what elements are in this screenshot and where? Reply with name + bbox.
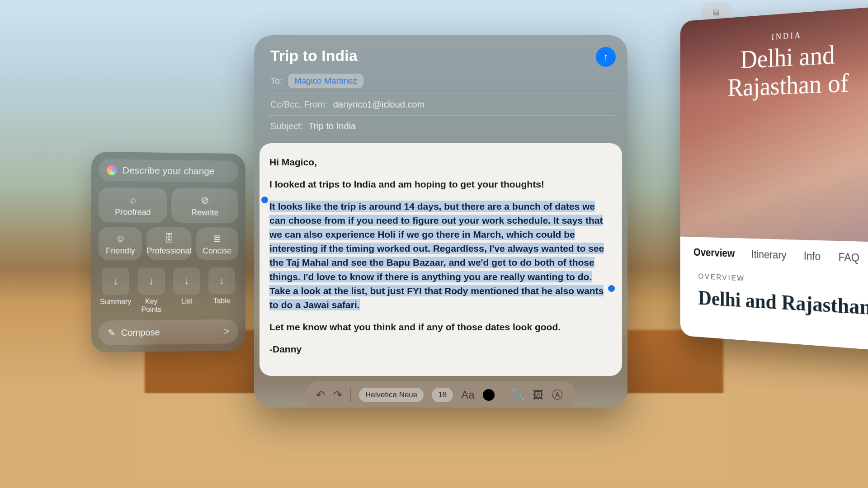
subject-label: Subject: xyxy=(270,121,303,131)
pencil-icon: ✎ xyxy=(108,327,115,338)
describe-placeholder: Describe your change xyxy=(123,165,215,177)
chevron-right-icon: > xyxy=(224,326,230,338)
to-label: To: xyxy=(270,76,283,86)
recipient-chip[interactable]: Magico Martinez xyxy=(288,74,363,88)
selection-handle-start[interactable] xyxy=(261,197,268,203)
format-toolbar: ↶ ↷ Helvetica Neue 18 Aa 📎 🖼 Ⓐ xyxy=(305,381,576,408)
font-picker[interactable]: Helvetica Neue xyxy=(359,388,424,402)
font-size-picker[interactable]: 18 xyxy=(432,388,453,402)
cc-from-row[interactable]: Cc/Bcc, From: danyrico1@icloud.com xyxy=(254,94,627,115)
proofread-button[interactable]: ⌕ Proofread xyxy=(99,188,167,223)
hero-title: Delhi and Rajasthan of xyxy=(695,38,868,103)
redo-button[interactable]: ↷ xyxy=(333,389,342,401)
browser-window: INDIA Delhi and Rajasthan of Overview It… xyxy=(680,5,868,352)
summary-button[interactable]: ↓ Summary xyxy=(99,267,132,314)
cc-from-label: Cc/Bcc, From: xyxy=(270,99,328,110)
friendly-button[interactable]: ☺ Friendly xyxy=(99,227,142,260)
selection-handle-end[interactable] xyxy=(608,285,615,292)
writing-tools-panel: Describe your change ⌕ Proofread ⊘ Rewri… xyxy=(91,152,245,353)
list-button[interactable]: ↓ List xyxy=(171,267,203,314)
briefcase-icon: 🗄 xyxy=(147,233,192,244)
arrow-down-icon: ↓ xyxy=(113,275,118,287)
rewrite-button[interactable]: ⊘ Rewrite xyxy=(171,188,238,223)
tab-itinerary[interactable]: Itinerary xyxy=(751,249,787,262)
concise-icon: ≣ xyxy=(196,233,238,244)
arrow-up-icon: ↑ xyxy=(604,51,609,63)
body-p2-selected: It looks like the trip is around 14 days… xyxy=(269,201,604,310)
mail-title: Trip to India xyxy=(270,47,611,65)
compose-button[interactable]: ✎ Compose > xyxy=(99,319,238,345)
from-value: danyrico1@icloud.com xyxy=(333,99,425,110)
smile-icon: ☺ xyxy=(99,233,142,244)
body-p1: I looked at trips to India and am hoping… xyxy=(269,177,612,191)
mail-body[interactable]: Hi Magico, I looked at trips to India an… xyxy=(259,143,622,376)
tab-info[interactable]: Info xyxy=(804,250,821,263)
send-button[interactable]: ↑ xyxy=(596,47,616,67)
sidebar-icon: ▤ xyxy=(713,7,719,16)
arrow-down-icon: ↓ xyxy=(219,275,224,287)
professional-button[interactable]: 🗄 Professional xyxy=(147,227,192,260)
tab-overview[interactable]: Overview xyxy=(693,246,735,259)
attach-button[interactable]: 📎 xyxy=(511,389,525,401)
to-row[interactable]: To: Magico Martinez xyxy=(254,68,627,94)
undo-button[interactable]: ↶ xyxy=(316,389,325,401)
body-p3: Let me know what you think and if any of… xyxy=(269,320,612,334)
keypoints-button[interactable]: ↓ Key Points xyxy=(135,267,167,314)
color-swatch[interactable] xyxy=(483,389,495,401)
rewrite-icon: ⊘ xyxy=(171,194,238,206)
markup-button[interactable]: Ⓐ xyxy=(552,388,563,402)
mail-compose-window: Trip to India ↑ To: Magico Martinez Cc/B… xyxy=(254,35,627,408)
body-greeting: Hi Magico, xyxy=(269,155,612,169)
tab-faq[interactable]: FAQ xyxy=(839,251,859,264)
describe-change-input[interactable]: Describe your change xyxy=(99,159,238,182)
body-signature: -Danny xyxy=(269,342,612,356)
article-body: OVERVIEW Delhi and Rajasthan xyxy=(680,267,868,341)
magnify-icon: ⌕ xyxy=(99,194,167,206)
intelligence-icon xyxy=(107,165,117,175)
subject-value: Trip to India xyxy=(308,121,356,131)
insert-image-button[interactable]: 🖼 xyxy=(533,389,544,401)
concise-button[interactable]: ≣ Concise xyxy=(196,227,238,260)
arrow-down-icon: ↓ xyxy=(149,275,154,287)
article-hero: INDIA Delhi and Rajasthan of xyxy=(680,5,868,243)
article-title: Delhi and Rajasthan xyxy=(698,286,868,320)
arrow-down-icon: ↓ xyxy=(184,275,189,287)
subject-row[interactable]: Subject: Trip to India xyxy=(254,116,627,137)
text-style-button[interactable]: Aa xyxy=(461,389,474,401)
table-button[interactable]: ↓ Table xyxy=(206,267,237,314)
